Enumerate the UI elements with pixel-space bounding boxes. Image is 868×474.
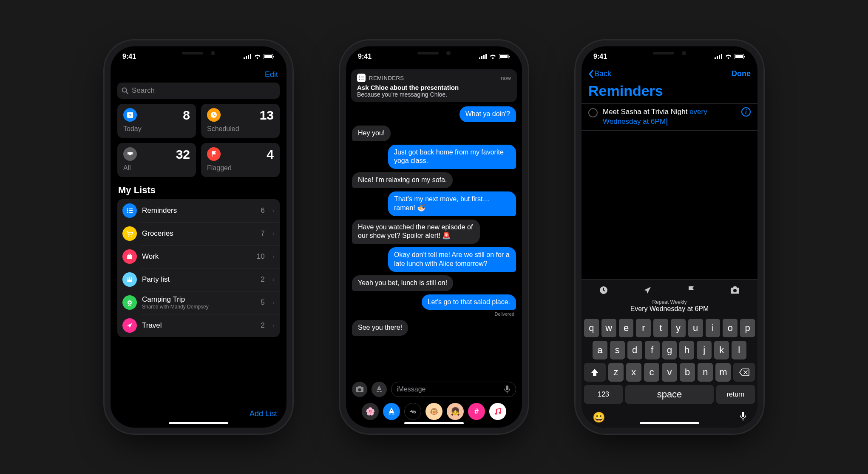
flag-toolbar-icon[interactable] [687,286,695,295]
key-x[interactable]: x [626,363,641,382]
list-row[interactable]: Travel2› [117,314,280,337]
reminder-radio[interactable] [588,108,598,117]
key-n[interactable]: n [698,363,713,382]
key-k[interactable]: k [714,341,729,360]
key-c[interactable]: c [644,363,659,382]
shift-key[interactable] [584,363,606,382]
music-app-icon[interactable] [489,403,506,420]
emoji-key[interactable]: 😀 [593,411,605,423]
notch [154,46,243,60]
list-icon [122,226,137,241]
message-incoming[interactable]: Hey you! [352,126,391,141]
svg-rect-19 [129,210,133,211]
reminder-notification[interactable]: REMINDERS now Ask Chloe about the presen… [351,69,517,102]
key-w[interactable]: w [601,319,616,337]
key-q[interactable]: q [584,319,599,337]
list-row[interactable]: Party list2› [117,268,280,291]
key-z[interactable]: z [608,363,624,382]
message-incoming[interactable]: See you there! [352,320,408,336]
camera-toolbar-icon[interactable] [730,286,740,295]
card-today-label: Today [123,125,190,133]
numbers-key[interactable]: 123 [584,385,623,404]
notch [625,46,714,60]
search-placeholder: Search [132,86,155,95]
info-icon[interactable]: i [741,107,751,117]
status-right [244,54,275,59]
key-y[interactable]: y [671,319,686,337]
space-key[interactable]: space [625,385,713,404]
card-flagged[interactable]: 4 Flagged [201,143,280,177]
location-toolbar-icon[interactable] [643,286,652,295]
home-indicator[interactable] [640,422,699,424]
message-outgoing[interactable]: What ya doin'? [460,106,516,122]
card-scheduled[interactable]: 13 Scheduled [201,104,280,138]
svg-point-21 [128,236,130,237]
list-row[interactable]: Camping TripShared with Mandy Dempsey5› [117,291,280,314]
key-p[interactable]: p [740,319,755,337]
key-l[interactable]: l [732,341,746,360]
message-outgoing[interactable]: Just got back home from my favorite yoga… [388,145,516,169]
list-icon [122,318,137,333]
return-key[interactable]: return [716,385,755,404]
card-all[interactable]: 32 All [117,143,196,177]
reminder-text[interactable]: Meet Sasha at Trivia Night every Wednesd… [603,107,736,127]
message-incoming[interactable]: Yeah you bet, lunch is still on! [352,275,453,291]
back-button[interactable]: Back [588,69,611,78]
camera-button[interactable] [352,382,367,397]
list-row[interactable]: Work10› [117,245,280,268]
list-row[interactable]: Reminders6› [117,199,280,222]
search-input[interactable]: Search [117,83,280,99]
key-b[interactable]: b [680,363,695,382]
keyboard-suggestion[interactable]: Repeat Weekly Every Wednesday at 6PM [582,298,757,316]
home-indicator[interactable] [404,422,464,424]
message-thread[interactable]: What ya doin'?Hey you!Just got back home… [346,106,522,378]
list-name: Reminders [142,206,255,215]
home-indicator[interactable] [169,422,228,424]
key-r[interactable]: r [636,319,651,337]
list-count: 6 [261,206,264,215]
svg-rect-6 [273,56,274,57]
notch [389,46,479,60]
message-input[interactable]: iMessage [391,382,516,397]
key-d[interactable]: d [627,341,642,360]
message-outgoing[interactable]: Let's go to that salad place. [422,294,516,310]
message-outgoing[interactable]: That's my next move, but first…ramen! 🍜 [388,191,516,216]
dictation-icon[interactable] [504,385,511,394]
key-s[interactable]: s [610,341,625,360]
dictation-key[interactable] [740,411,746,423]
reminder-item[interactable]: Meet Sasha at Trivia Night every Wednesd… [582,103,757,131]
message-incoming[interactable]: Have you watched the new episode of our … [352,220,480,244]
key-u[interactable]: u [688,319,703,337]
key-e[interactable]: e [619,319,634,337]
apple-pay-app-icon[interactable]: Pay [404,403,421,420]
list-count: 5 [261,298,264,307]
card-today[interactable]: 7 8 Today [117,104,196,138]
memoji-2-icon[interactable]: 👧 [447,403,464,420]
key-o[interactable]: o [723,319,738,337]
key-h[interactable]: h [679,341,694,360]
message-outgoing[interactable]: Okay don't tell me! Are we still on for … [388,247,516,272]
time-toolbar-icon[interactable] [599,286,608,295]
key-f[interactable]: f [645,341,660,360]
key-t[interactable]: t [653,319,668,337]
edit-button[interactable]: Edit [265,70,278,79]
done-button[interactable]: Done [732,69,751,78]
key-m[interactable]: m [715,363,731,382]
message-incoming[interactable]: Nice! I'm relaxing on my sofa. [352,172,453,188]
status-time: 9:41 [593,53,607,60]
photos-app-icon[interactable]: 🌸 [362,403,379,420]
key-j[interactable]: j [697,341,712,360]
key-i[interactable]: i [706,319,720,337]
key-a[interactable]: a [593,341,607,360]
svg-rect-32 [483,55,485,59]
key-v[interactable]: v [662,363,677,382]
list-row[interactable]: Groceries7› [117,222,280,245]
memoji-1-icon[interactable]: 🐵 [425,403,443,420]
app-store-app-icon[interactable] [383,403,400,420]
svg-point-39 [359,79,360,80]
key-g[interactable]: g [662,341,677,360]
app-store-button[interactable] [372,382,387,397]
svg-rect-53 [744,56,745,57]
hashtag-app-icon[interactable]: # [468,403,485,420]
backspace-key[interactable] [733,363,755,382]
